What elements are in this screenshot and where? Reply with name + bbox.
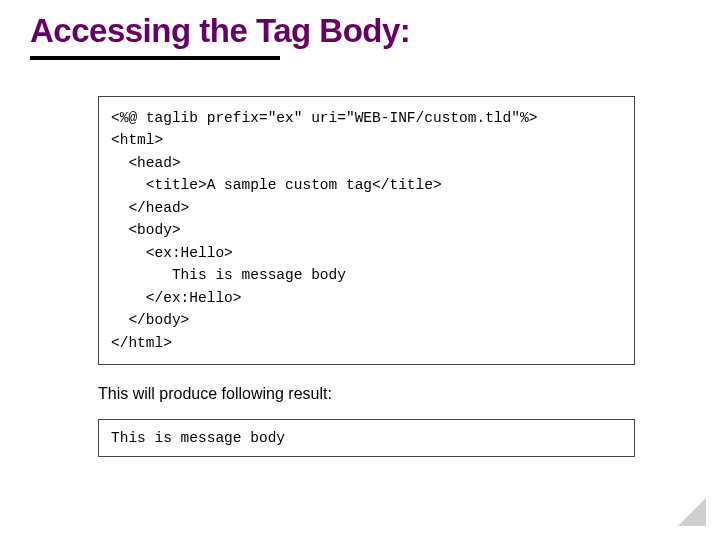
code-line: </ex:Hello> xyxy=(111,290,242,306)
code-line: </html> xyxy=(111,335,172,351)
code-line: </body> xyxy=(111,312,189,328)
code-line: <head> xyxy=(111,155,181,171)
code-block: <%@ taglib prefix="ex" uri="WEB-INF/cust… xyxy=(98,96,635,365)
code-line: <title>A sample custom tag</title> xyxy=(111,177,442,193)
code-line: </head> xyxy=(111,200,189,216)
output-block: This is message body xyxy=(98,419,635,457)
page-curl-shadow-icon xyxy=(678,498,706,526)
title-underline xyxy=(30,56,280,60)
result-caption: This will produce following result: xyxy=(98,385,690,403)
code-line: <html> xyxy=(111,132,163,148)
code-line: <%@ taglib prefix="ex" uri="WEB-INF/cust… xyxy=(111,110,537,126)
code-line: This is message body xyxy=(111,267,346,283)
code-line: <ex:Hello> xyxy=(111,245,233,261)
page-title: Accessing the Tag Body: xyxy=(30,12,690,50)
code-line: <body> xyxy=(111,222,181,238)
slide: Accessing the Tag Body: <%@ taglib prefi… xyxy=(0,0,720,540)
